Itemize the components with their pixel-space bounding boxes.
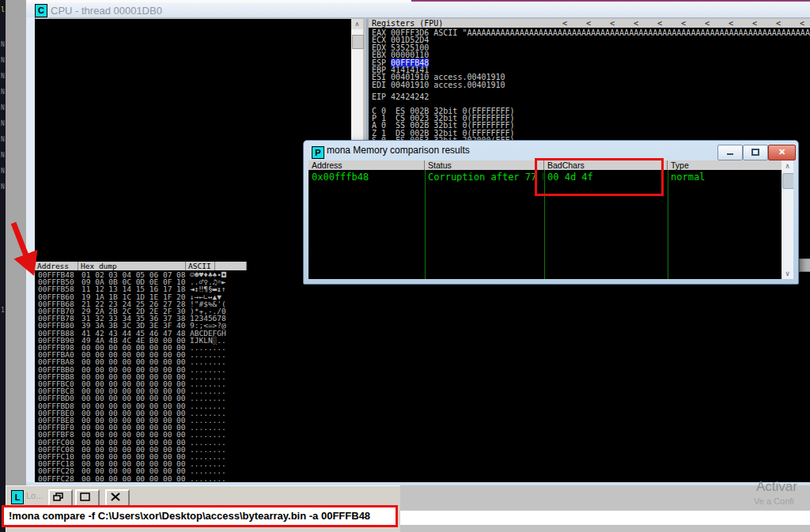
background-text-fragment: N [1, 104, 5, 111]
close-icon [111, 492, 122, 502]
chevron-icon: < [752, 19, 757, 28]
registers-header-label: Registers (FPU) [372, 19, 443, 28]
register-row-edi: EDI 00401910 access.00401910 [372, 81, 505, 89]
restore-icon [53, 492, 64, 502]
register-extra: access.00401910 [429, 81, 505, 89]
registers-header: Registers (FPU) <<<<<<<<<<< [369, 19, 810, 28]
background-band [399, 511, 810, 525]
background-text-fragment: N [1, 41, 5, 48]
register-extra: ASCII "AAAAAAAAAAAAAAAAAAAAAAAAAAAAAAAAA… [429, 28, 810, 37]
windows-activation-watermark-line2: Ve a Confi [754, 496, 794, 506]
chevron-icon: < [610, 19, 615, 28]
command-input[interactable]: !mona compare -f C:\Users\xor\Desktop\ac… [2, 505, 398, 527]
background-text-fragment: N [1, 183, 5, 191]
chevron-icon: < [586, 19, 591, 28]
background-scroll-fragment [799, 258, 810, 272]
scrollbar-thumb[interactable] [782, 173, 793, 189]
chevron-icon: < [562, 19, 567, 28]
scrollbar-thumb[interactable] [352, 35, 364, 49]
mona-scrollbar[interactable]: ∧ ∨ [782, 160, 793, 279]
minimize-button[interactable] [717, 145, 743, 160]
command-text: !mona compare -f C:\Users\xor\Desktop\ac… [9, 510, 370, 522]
mona-window-icon: P [312, 146, 324, 159]
background-text-fragment: N [1, 136, 5, 143]
close-button[interactable]: ✕ [768, 145, 796, 160]
red-arrow-annotation [5, 217, 41, 283]
maximize-button[interactable] [743, 145, 768, 160]
minimize-icon [726, 149, 734, 156]
hexdump-header-address[interactable]: Address [35, 262, 78, 270]
column-separator [425, 170, 426, 279]
chevron-icon: < [800, 19, 804, 28]
log-window-title: Lo... [26, 491, 43, 500]
background-text-fragment: N [1, 73, 5, 80]
scroll-up-icon[interactable]: ∧ [782, 160, 793, 172]
cpu-window-title: CPU - thread 00001DB0 [51, 5, 162, 17]
cpu-window-icon: C [35, 4, 47, 17]
register-value: 00401910 [391, 81, 429, 89]
hexdump-header: Address Hex dump ASCII [35, 262, 247, 270]
mona-window-title: mona Memory comparison results [327, 145, 470, 156]
background-text-fragment: N [1, 89, 5, 96]
column-separator [668, 170, 668, 279]
debugger-screen: l.NNNNNNNNNN1. C CPU - thread 00001DB0 ∧… [0, 0, 810, 532]
chevron-icon: < [776, 19, 781, 28]
maximize-icon [751, 149, 759, 156]
mdi-background-bottom [399, 485, 810, 532]
column-header-address[interactable]: Address [308, 160, 425, 170]
result-status[interactable]: Corruption after 77 byte [428, 172, 543, 182]
chevron-icon: < [657, 19, 662, 28]
chevron-icon: < [681, 19, 686, 28]
register-name: EDI [372, 81, 391, 89]
background-text-fragment: N [1, 57, 5, 64]
background-text-fragment: N [1, 168, 5, 175]
chevron-icon: < [729, 19, 733, 28]
scroll-up-icon[interactable]: ∧ [351, 19, 363, 29]
maximize-icon [80, 492, 91, 502]
cpu-window-titlebar[interactable]: C CPU - thread 00001DB0 [26, 2, 810, 18]
badchars-highlight-rectangle [535, 158, 664, 196]
background-text-fragment: N [1, 120, 5, 127]
hexdump-pane[interactable]: Address Hex dump ASCII 00FFFB4801 02 03 … [35, 262, 804, 486]
chevron-icon: < [634, 19, 638, 28]
windows-activation-watermark: Activar [756, 479, 797, 495]
log-window-icon: L [11, 490, 24, 504]
close-icon: ✕ [778, 147, 785, 157]
register-row-eip: EIP 42424242 [372, 93, 429, 101]
background-text-fragment: N [1, 152, 5, 159]
chevron-icon: < [705, 19, 710, 28]
result-type[interactable]: normal [671, 172, 766, 182]
scroll-down-icon[interactable]: ∨ [782, 268, 793, 279]
hexdump-header-ascii[interactable]: ASCII [186, 262, 215, 270]
hexdump-header-extra [215, 262, 247, 270]
hexdump-header-bytes[interactable]: Hex dump [78, 262, 186, 270]
result-address[interactable]: 0x00fffb48 [312, 172, 422, 182]
register-row-eax: EAX 00FFF3D6 ASCII "AAAAAAAAAAAAAAAAAAAA… [372, 29, 810, 37]
column-header-type[interactable]: Type [668, 160, 782, 170]
window-top-accent-line [411, 0, 810, 2]
column-header-status[interactable]: Status [425, 160, 544, 170]
